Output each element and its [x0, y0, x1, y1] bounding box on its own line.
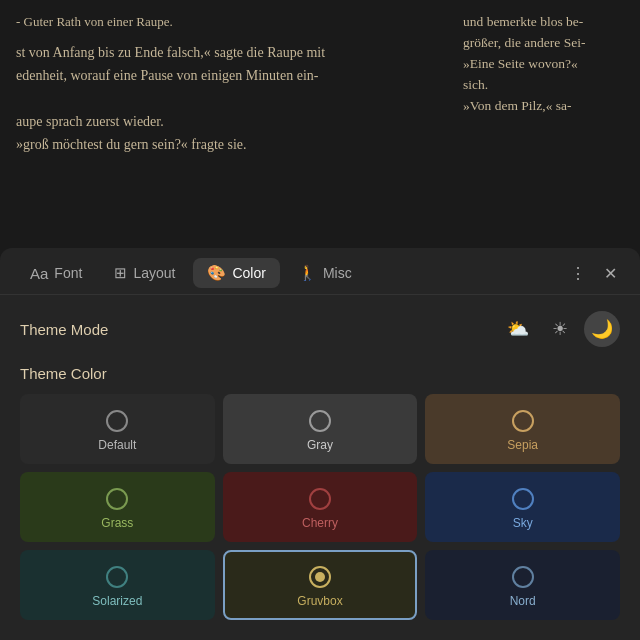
tab-color-label: Color — [232, 265, 265, 281]
auto-mode-button[interactable]: ⛅ — [500, 311, 536, 347]
color-tile-solarized-radio — [106, 566, 128, 588]
color-tile-sky-dot — [518, 494, 528, 504]
color-tile-sky[interactable]: Sky — [425, 472, 620, 542]
color-tile-grass-dot — [112, 494, 122, 504]
color-tile-default-dot — [112, 416, 122, 426]
tab-layout-label: Layout — [133, 265, 175, 281]
color-tile-nord-name: Nord — [510, 594, 536, 608]
color-tile-cherry-radio — [309, 488, 331, 510]
color-tile-sepia-radio — [512, 410, 534, 432]
light-mode-button[interactable]: ☀ — [542, 311, 578, 347]
color-tile-nord-dot — [518, 572, 528, 582]
color-tile-grass-radio — [106, 488, 128, 510]
color-tile-solarized-name: Solarized — [92, 594, 142, 608]
bg-left-text: st von Anfang bis zu Ende falsch,« sagte… — [16, 41, 444, 156]
tab-color[interactable]: 🎨 Color — [193, 258, 279, 288]
color-tile-sky-radio — [512, 488, 534, 510]
dark-mode-button[interactable]: 🌙 — [584, 311, 620, 347]
color-tile-nord[interactable]: Nord — [425, 550, 620, 620]
font-icon: Aa — [30, 265, 48, 282]
color-tile-grass-name: Grass — [101, 516, 133, 530]
more-button[interactable]: ⋮ — [564, 259, 592, 287]
tab-misc[interactable]: 🚶 Misc — [284, 258, 366, 288]
tab-misc-label: Misc — [323, 265, 352, 281]
auto-mode-icon: ⛅ — [507, 318, 529, 340]
color-tile-solarized[interactable]: Solarized — [20, 550, 215, 620]
tab-font[interactable]: Aa Font — [16, 259, 96, 288]
color-tile-gray-name: Gray — [307, 438, 333, 452]
color-tile-gray-dot — [315, 416, 325, 426]
panel-content: Theme Mode ⛅ ☀ 🌙 Theme Color — [0, 295, 640, 628]
dark-mode-icon: 🌙 — [591, 318, 613, 340]
color-tile-sky-name: Sky — [513, 516, 533, 530]
color-tile-sepia-name: Sepia — [507, 438, 538, 452]
bg-title: - Guter Rath von einer Raupe. — [16, 12, 444, 33]
color-tile-cherry-name: Cherry — [302, 516, 338, 530]
color-tile-gray-radio — [309, 410, 331, 432]
color-tile-gruvbox-radio — [309, 566, 331, 588]
bg-right-text: und bemerkte blos be- größer, die andere… — [455, 0, 640, 129]
color-tile-default-radio — [106, 410, 128, 432]
tab-font-label: Font — [54, 265, 82, 281]
color-tile-sepia[interactable]: Sepia — [425, 394, 620, 464]
color-tile-grass[interactable]: Grass — [20, 472, 215, 542]
tab-layout[interactable]: ⊞ Layout — [100, 258, 189, 288]
settings-panel: Aa Font ⊞ Layout 🎨 Color 🚶 Misc ⋮ ✕ Them… — [0, 248, 640, 640]
color-tile-gruvbox[interactable]: Gruvbox — [223, 550, 418, 620]
misc-icon: 🚶 — [298, 264, 317, 282]
tabs-bar: Aa Font ⊞ Layout 🎨 Color 🚶 Misc ⋮ ✕ — [0, 248, 640, 295]
color-tile-cherry-dot — [315, 494, 325, 504]
theme-mode-controls: ⛅ ☀ 🌙 — [500, 311, 620, 347]
color-icon: 🎨 — [207, 264, 226, 282]
color-tile-gruvbox-dot — [315, 572, 325, 582]
theme-color-label: Theme Color — [20, 365, 620, 382]
theme-mode-label: Theme Mode — [20, 321, 108, 338]
layout-icon: ⊞ — [114, 264, 127, 282]
color-tile-solarized-dot — [112, 572, 122, 582]
close-button[interactable]: ✕ — [596, 259, 624, 287]
color-grid: Default Gray Sepia Gras — [20, 394, 620, 620]
color-tile-gray[interactable]: Gray — [223, 394, 418, 464]
color-tile-sepia-dot — [518, 416, 528, 426]
theme-mode-row: Theme Mode ⛅ ☀ 🌙 — [20, 311, 620, 347]
color-tile-gruvbox-name: Gruvbox — [297, 594, 342, 608]
color-tile-nord-radio — [512, 566, 534, 588]
tab-actions: ⋮ ✕ — [564, 259, 624, 287]
color-tile-cherry[interactable]: Cherry — [223, 472, 418, 542]
color-tile-default[interactable]: Default — [20, 394, 215, 464]
light-mode-icon: ☀ — [552, 318, 568, 340]
color-tile-default-name: Default — [98, 438, 136, 452]
